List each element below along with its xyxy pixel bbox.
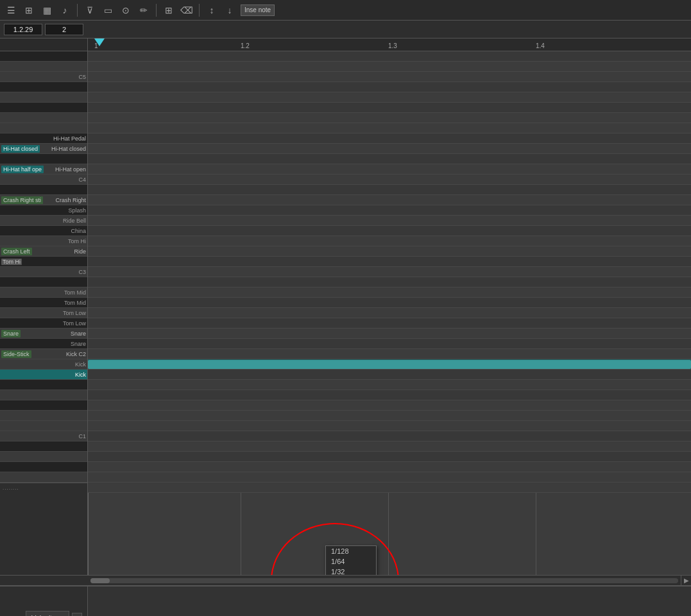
grid-row-4 xyxy=(88,92,691,103)
key-row-snare1[interactable]: Snare Snare xyxy=(0,329,87,339)
key-row-c5[interactable]: C5 xyxy=(0,72,87,82)
key-row-13[interactable] xyxy=(0,185,87,195)
key-row-tomhi-2[interactable]: Tom Hi xyxy=(0,257,87,267)
hihat-halfopen-badge: Hi-Hat half ope xyxy=(1,166,44,173)
bar-beat-tick-display[interactable]: 1.2.29 xyxy=(4,24,42,35)
search-icon[interactable]: ⊙ xyxy=(119,3,133,17)
key-row-37[interactable] xyxy=(0,441,87,452)
key-row-7[interactable] xyxy=(0,123,87,133)
sidestick-badge: Side-Stick xyxy=(1,350,31,358)
key-row-3[interactable] xyxy=(0,82,87,92)
grid-row-8 xyxy=(88,133,691,144)
snare1-badge: Snare xyxy=(1,330,21,338)
scroll-area[interactable]: ▶ xyxy=(0,575,691,585)
tommid1-label: Tom Mid xyxy=(64,289,86,296)
key-row-4[interactable] xyxy=(0,92,87,103)
grid-row-36 xyxy=(88,421,691,431)
filter-icon[interactable]: ⊽ xyxy=(83,3,97,17)
key-row-kick2-highlighted[interactable]: Kick xyxy=(0,370,87,380)
dropdown-item-1128[interactable]: 1/128 xyxy=(326,546,376,556)
key-row-40[interactable] xyxy=(0,472,87,483)
key-row-crashleft[interactable]: Crash Left Ride xyxy=(0,246,87,257)
grid-icon[interactable]: ⊞ xyxy=(22,3,36,17)
tomhi2-badge: Tom Hi xyxy=(1,259,22,265)
key-row-snare2[interactable]: Snare xyxy=(0,339,87,349)
grid-row-25 xyxy=(88,308,691,318)
key-row-35[interactable] xyxy=(0,421,87,431)
key-row-6[interactable] xyxy=(0,113,87,123)
key-row-22[interactable] xyxy=(0,277,87,287)
velocity-dropdown[interactable]: Velocity xyxy=(26,611,69,616)
key-row-34[interactable] xyxy=(0,411,87,421)
grid-row-18 xyxy=(88,236,691,246)
marker-1: 1 xyxy=(94,42,98,49)
key-row-kick1[interactable]: Kick xyxy=(0,359,87,370)
grid-area[interactable]: 1 1.2 1.3 1.4 xyxy=(88,38,691,575)
grid-container xyxy=(88,51,691,575)
tomlow2-label: Tom Low xyxy=(63,320,86,327)
grid-row-38 xyxy=(88,441,691,452)
key-row-tomlow2[interactable]: Tom Low xyxy=(0,318,87,329)
music-icon[interactable]: ♪ xyxy=(58,3,72,17)
marker-1-4: 1.4 xyxy=(536,42,545,49)
timeline: 1 1.2 1.3 1.4 xyxy=(88,38,691,51)
dropdown-item-132[interactable]: 1/32 xyxy=(326,567,376,575)
dropdown-item-164[interactable]: 1/64 xyxy=(326,556,376,567)
key-row-ridebell[interactable]: Ride Bell xyxy=(0,216,87,226)
grid-row-22 xyxy=(88,277,691,287)
key-row-39[interactable] xyxy=(0,462,87,472)
key-row-hihat-halfopen[interactable]: Hi-Hat half ope Hi-Hat open xyxy=(0,164,87,175)
inse-note-button[interactable]: Inse note xyxy=(241,4,275,16)
grid-row-3 xyxy=(88,82,691,92)
horizontal-scrollbar[interactable] xyxy=(90,578,678,583)
scroll-right-btn[interactable]: ▶ xyxy=(684,577,689,584)
key-row-1[interactable] xyxy=(0,62,87,72)
key-row-tomhi-1[interactable]: Tom Hi xyxy=(0,236,87,246)
grid3-icon[interactable]: ⊞ xyxy=(162,3,176,17)
velocity-add-btn[interactable]: + xyxy=(72,613,82,616)
grid2-icon[interactable]: ▦ xyxy=(40,3,54,17)
key-row-hihat-closed[interactable]: Hi-Hat closed Hi-Hat closed xyxy=(0,144,87,154)
key-row-hihat-pedal[interactable]: Hi-Hat Pedal xyxy=(0,133,87,144)
key-row-tommid2[interactable]: Tom Mid xyxy=(0,298,87,308)
scroll-thumb[interactable] xyxy=(90,578,110,583)
sep1 xyxy=(77,4,78,17)
key-row-crashright[interactable]: Crash Right sti Crash Right xyxy=(0,195,87,205)
grid-row-35 xyxy=(88,411,691,421)
grid-row-40 xyxy=(88,462,691,472)
grid-row-1 xyxy=(88,62,691,72)
key-row-10[interactable] xyxy=(0,154,87,164)
key-row-33[interactable] xyxy=(0,400,87,411)
ride-label: Ride xyxy=(74,248,86,255)
key-row-tomlow1[interactable]: Tom Low xyxy=(0,308,87,318)
key-row-0[interactable] xyxy=(0,51,87,62)
rect-icon[interactable]: ▭ xyxy=(101,3,115,17)
down-icon[interactable]: ↓ xyxy=(223,3,237,17)
arrow-icon[interactable]: ↕ xyxy=(205,3,219,17)
key-row-5[interactable] xyxy=(0,103,87,113)
grid-row-0 xyxy=(88,51,691,62)
grid-row-highlighted xyxy=(88,359,691,370)
key-row-china[interactable]: China xyxy=(0,226,87,236)
position-value2[interactable]: 2 xyxy=(45,24,83,35)
velocity-grid[interactable] xyxy=(88,586,691,616)
key-row-15[interactable]: Splash xyxy=(0,205,87,216)
grid-dropdown[interactable]: 1/128 1/64 1/32 1/16 1/8 1/4 1/2 1 2 4 G… xyxy=(325,545,377,575)
tomlow1-label: Tom Low xyxy=(63,310,86,316)
key-row-38[interactable] xyxy=(0,452,87,462)
piano-dots: ........ xyxy=(3,485,19,491)
c5-label: C5 xyxy=(78,74,86,80)
china-label: China xyxy=(71,228,86,234)
key-row-32[interactable] xyxy=(0,390,87,400)
draw-icon[interactable]: ✏ xyxy=(137,3,151,17)
grid-row-39 xyxy=(88,452,691,462)
hamburger-icon[interactable]: ☰ xyxy=(4,3,18,17)
key-row-sidestick[interactable]: Side-Stick Kick C2 xyxy=(0,349,87,359)
key-row-c3[interactable]: C3 xyxy=(0,267,87,277)
key-row-c1[interactable]: C1 xyxy=(0,431,87,441)
loop-icon[interactable]: ⌫ xyxy=(180,3,194,17)
key-row-c4[interactable]: C4 xyxy=(0,175,87,185)
key-row-tommid1[interactable]: Tom Mid xyxy=(0,287,87,298)
grid-row-13 xyxy=(88,185,691,195)
key-row-31[interactable] xyxy=(0,380,87,390)
